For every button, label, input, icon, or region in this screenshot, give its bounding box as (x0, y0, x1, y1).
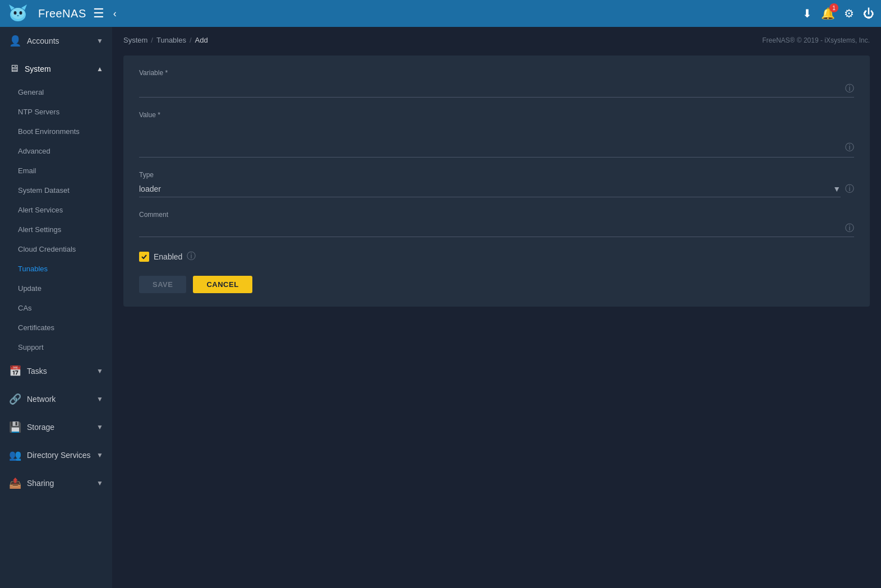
type-help-icon[interactable]: ⓘ (845, 183, 854, 195)
sidebar-item-network[interactable]: 🔗 Network ▼ (0, 385, 112, 413)
value-input[interactable] (139, 121, 845, 157)
sidebar-item-tasks[interactable]: 📅 Tasks ▼ (0, 357, 112, 385)
sidebar-item-accounts[interactable]: 👤 Accounts ▼ (0, 27, 112, 55)
logo-icon (7, 2, 29, 25)
group-icon: 👥 (9, 449, 21, 461)
sidebar-item-alert-services[interactable]: Alert Services (0, 200, 112, 220)
checkmark-icon (141, 253, 147, 260)
comment-help-icon[interactable]: ⓘ (845, 223, 854, 234)
system-arrow-icon: ▲ (96, 65, 103, 73)
top-nav: FreeNAS ☰ ‹ ⬇ 🔔 1 ⚙ ⏻ (0, 0, 881, 27)
value-group: Value * ⓘ (139, 111, 854, 158)
enabled-row: Enabled ⓘ (139, 251, 854, 262)
type-group: Type loader rc sysctl ▼ ⓘ (139, 171, 854, 197)
save-button[interactable]: SAVE (139, 276, 186, 293)
breadcrumb-sep-1: / (151, 36, 153, 44)
logo-text: FreeNAS (38, 7, 86, 20)
breadcrumb-add: Add (195, 36, 208, 44)
sidebar-item-alert-settings[interactable]: Alert Settings (0, 220, 112, 239)
breadcrumb-sep-2: / (190, 36, 192, 44)
sidebar-item-storage[interactable]: 💾 Storage ▼ (0, 413, 112, 441)
sidebar-item-cloud-credentials[interactable]: Cloud Credentials (0, 239, 112, 259)
enabled-help-icon[interactable]: ⓘ (187, 251, 196, 262)
network-arrow-icon: ▼ (96, 395, 103, 403)
type-label: Type (139, 171, 854, 179)
sidebar-item-directory-services[interactable]: 👥 Directory Services ▼ (0, 441, 112, 469)
accounts-arrow-icon: ▼ (96, 37, 103, 45)
sidebar-item-cas[interactable]: CAs (0, 298, 112, 318)
sidebar-item-ntp-servers[interactable]: NTP Servers (0, 102, 112, 122)
breadcrumb-system[interactable]: System (123, 36, 147, 44)
comment-label: Comment (139, 211, 854, 219)
svg-point-6 (17, 15, 19, 16)
top-nav-right: ⬇ 🔔 1 ⚙ ⏻ (802, 7, 874, 20)
breadcrumb-tunables[interactable]: Tunables (156, 36, 186, 44)
sidebar-item-general[interactable]: General (0, 82, 112, 102)
share-icon: 📤 (9, 477, 21, 489)
main-content: System / Tunables / Add FreeNAS® © 2019 … (112, 27, 881, 588)
comment-group: Comment ⓘ (139, 211, 854, 237)
back-button[interactable]: ‹ (113, 8, 117, 20)
svg-point-5 (20, 11, 22, 15)
sharing-arrow-icon: ▼ (96, 479, 103, 487)
network-icon: 🔗 (9, 393, 21, 405)
value-label: Value * (139, 111, 854, 119)
sidebar-item-tunables[interactable]: Tunables (0, 259, 112, 279)
type-select-arrow-icon: ▼ (833, 184, 841, 193)
hamburger-button[interactable]: ☰ (93, 6, 104, 21)
variable-group: Variable * ⓘ (139, 69, 854, 98)
sidebar: 👤 Accounts ▼ 🖥 System ▲ General NTP Serv… (0, 27, 112, 588)
cancel-button[interactable]: CANCEL (193, 276, 252, 293)
power-icon[interactable]: ⏻ (863, 7, 874, 20)
svg-point-4 (14, 11, 17, 15)
type-select[interactable]: loader rc sysctl (139, 181, 833, 197)
version-text: FreeNAS® © 2019 - iXsystems, Inc. (762, 36, 870, 44)
sidebar-item-certificates[interactable]: Certificates (0, 318, 112, 337)
value-help-icon[interactable]: ⓘ (845, 142, 854, 154)
sidebar-item-boot-environments[interactable]: Boot Environments (0, 122, 112, 141)
comment-input[interactable] (139, 221, 845, 237)
logo (7, 2, 29, 25)
breadcrumb: System / Tunables / Add FreeNAS® © 2019 … (112, 27, 881, 49)
storage-arrow-icon: ▼ (96, 423, 103, 431)
variable-help-icon[interactable]: ⓘ (845, 83, 854, 95)
tasks-arrow-icon: ▼ (96, 367, 103, 375)
desktop-icon: 🖥 (9, 63, 19, 75)
svg-point-1 (11, 8, 25, 19)
download-icon[interactable]: ⬇ (802, 7, 812, 20)
variable-label: Variable * (139, 69, 841, 77)
calendar-icon: 📅 (9, 365, 21, 377)
sidebar-item-sharing[interactable]: 📤 Sharing ▼ (0, 469, 112, 497)
sidebar-item-system-dataset[interactable]: System Dataset (0, 180, 112, 200)
sidebar-item-support[interactable]: Support (0, 337, 112, 357)
storage-icon: 💾 (9, 421, 21, 433)
settings-icon[interactable]: ⚙ (844, 7, 854, 20)
notification-badge: 1 (829, 3, 838, 12)
person-icon: 👤 (9, 35, 21, 47)
variable-input[interactable] (139, 79, 841, 95)
sidebar-item-update[interactable]: Update (0, 279, 112, 298)
enabled-checkbox[interactable] (139, 252, 149, 262)
sidebar-item-email[interactable]: Email (0, 161, 112, 180)
form-card: Variable * ⓘ Value * ⓘ Type (123, 55, 870, 307)
notifications-icon[interactable]: 🔔 1 (821, 7, 835, 20)
enabled-label: Enabled (154, 252, 182, 261)
directory-services-arrow-icon: ▼ (96, 451, 103, 459)
sidebar-item-system[interactable]: 🖥 System ▲ (0, 55, 112, 82)
sidebar-item-advanced[interactable]: Advanced (0, 141, 112, 161)
button-row: SAVE CANCEL (139, 276, 854, 293)
